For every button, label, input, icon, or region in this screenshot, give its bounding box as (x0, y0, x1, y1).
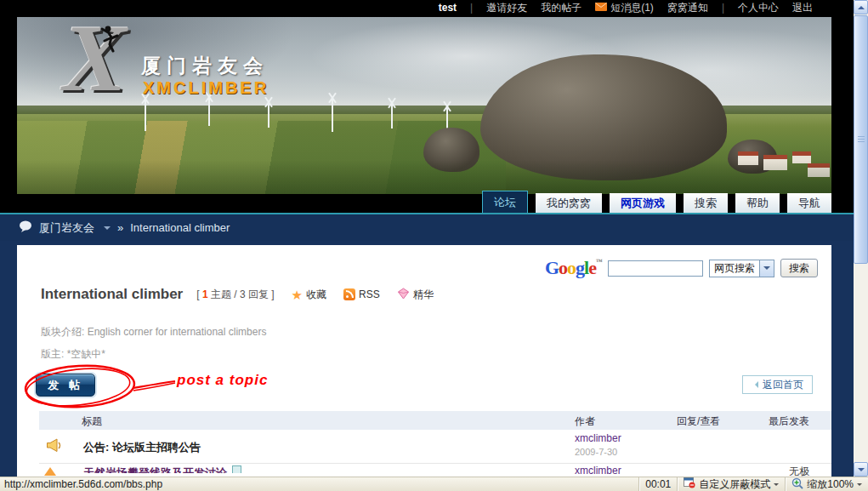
climber-icon (100, 26, 122, 57)
chevron-down-icon (857, 483, 862, 488)
speech-bubble-icon (19, 220, 32, 235)
search-type-select[interactable]: 网页搜索 (709, 260, 774, 277)
banner-art (17, 160, 831, 194)
table-header-replies: 回复/查看 (677, 414, 720, 429)
topic-row: 天然岩场攀登线路及开发讨论 xmclimber 无极 (39, 465, 831, 477)
browser-status-bar: http://xmclimber.5d6d.com/bbs.php 00:01 … (0, 477, 868, 491)
topbar-link-logout[interactable]: 退出 (792, 1, 813, 15)
topbar-link-profile[interactable]: 个人中心 (738, 1, 779, 15)
announcement-row: 公告: 论坛版主招聘公告 xmclimber 2009-7-30 (39, 430, 831, 464)
chevron-down-icon[interactable] (759, 260, 774, 277)
pin-icon (44, 461, 56, 476)
star-icon: ★ (292, 288, 303, 301)
breadcrumb: 厦门岩友会 » International climber (0, 214, 854, 241)
rss-link[interactable]: RSS (343, 288, 380, 300)
chevron-down-icon (774, 483, 779, 488)
blocker-icon (684, 477, 695, 491)
topic-title[interactable]: 天然岩场攀登线路及开发讨论 (83, 465, 241, 473)
mode-label: 自定义屏蔽模式 (699, 477, 770, 491)
status-url: http://xmclimber.5d6d.com/bbs.php (0, 478, 638, 490)
site-header: X 厦门岩友会 XMCLIMBER 论坛 我的窝窝 网页游戏 搜索 帮助 导航 (0, 15, 854, 213)
main-nav-tabs: 论坛 我的窝窝 网页游戏 搜索 帮助 导航 (482, 191, 831, 213)
back-home-button[interactable]: 返回首页 (742, 375, 813, 394)
divider: | (470, 2, 473, 14)
magnifier-icon (791, 477, 803, 491)
divider: | (722, 2, 724, 14)
scrollbar-up-button[interactable] (854, 0, 868, 14)
topbar-link-messages[interactable]: 短消息(1) (610, 1, 654, 15)
arrow-down-icon (858, 468, 865, 475)
forum-title: International climber (41, 286, 183, 303)
google-logo: Google™ (545, 259, 602, 277)
tab-web-games[interactable]: 网页游戏 (610, 193, 676, 213)
status-timer: 00:01 (638, 477, 677, 491)
ad-block-mode-control[interactable]: 自定义屏蔽模式 (677, 477, 785, 491)
banner-photo: X 厦门岩友会 XMCLIMBER (17, 17, 831, 194)
zoom-control[interactable]: 缩放100% (785, 477, 868, 491)
topic-count: 1 (202, 288, 208, 300)
last-poster-link[interactable]: 无极 (789, 465, 809, 477)
search-button[interactable]: 搜索 (780, 259, 818, 277)
logo-english-name: XMCLIMBER (143, 78, 269, 98)
attachment-icon (232, 465, 241, 473)
top-user-bar: test | 邀请好友 我的帖子 短消息(1) 窝窝通知 | 个人中心 退出 (0, 0, 854, 15)
logo-chinese-name: 厦门岩友会 (141, 53, 269, 79)
vertical-scrollbar[interactable] (854, 0, 868, 477)
favorite-link[interactable]: ★ 收藏 (292, 288, 326, 302)
announcement-title[interactable]: 公告: 论坛版主招聘公告 (83, 440, 201, 455)
moderator-info: 版主: *空缺中* (41, 347, 105, 362)
wind-turbine (446, 106, 448, 128)
google-search-bar: Google™ 网页搜索 搜索 (545, 259, 818, 277)
topbar-link-my-posts[interactable]: 我的帖子 (541, 1, 582, 15)
wind-turbine (391, 103, 393, 128)
table-header-row: 标题 作者 回复/查看 最后发表 (39, 411, 831, 430)
arrow-left-icon (752, 381, 758, 388)
username: test (439, 2, 457, 14)
search-input[interactable] (608, 260, 703, 277)
wind-turbine (332, 98, 333, 132)
annotation-text: post a topic (177, 372, 268, 389)
forum-stats: [ 1 主题 / 3 回复 ] (196, 288, 274, 302)
breadcrumb-current: International climber (130, 221, 230, 234)
tab-navigation[interactable]: 导航 (787, 193, 831, 213)
tab-search[interactable]: 搜索 (684, 193, 728, 213)
forum-title-row: International climber [ 1 主题 / 3 回复 ] ★ … (41, 286, 434, 303)
digest-link[interactable]: 精华 (397, 288, 434, 302)
forum-panel: Google™ 网页搜索 搜索 International climber [ … (17, 245, 831, 477)
breadcrumb-root[interactable]: 厦门岩友会 (39, 220, 94, 236)
tab-my-space[interactable]: 我的窝窝 (536, 193, 602, 213)
scrollbar-down-button[interactable] (854, 462, 868, 477)
forum-description: 版块介绍: English corner for international c… (41, 325, 266, 340)
envelope-icon (595, 2, 607, 14)
scrollbar-thumb[interactable] (854, 15, 868, 264)
tab-help[interactable]: 帮助 (735, 193, 780, 213)
annotation-arrow (133, 378, 177, 394)
post-date: 2009-7-30 (575, 447, 617, 457)
topbar-link-invite[interactable]: 邀请好友 (486, 1, 527, 15)
table-header-lastpost: 最后发表 (769, 414, 809, 429)
author-link[interactable]: xmclimber (575, 432, 621, 444)
breadcrumb-separator: » (117, 221, 123, 234)
arrow-up-icon (858, 3, 865, 9)
rss-icon (343, 288, 355, 300)
megaphone-icon (46, 438, 62, 455)
tab-forum[interactable]: 论坛 (482, 191, 528, 213)
row-divider (39, 463, 831, 464)
gem-icon (397, 288, 410, 302)
table-header-author: 作者 (575, 414, 595, 429)
site-logo: X 厦门岩友会 XMCLIMBER (37, 22, 309, 124)
table-header-title: 标题 (82, 414, 102, 429)
topbar-link-notices[interactable]: 窝窝通知 (667, 1, 708, 15)
author-link[interactable]: xmclimber (575, 465, 621, 477)
zoom-label: 缩放100% (807, 477, 854, 491)
post-topic-button[interactable]: 发 帖 (36, 374, 95, 397)
chevron-down-icon[interactable] (104, 226, 111, 233)
